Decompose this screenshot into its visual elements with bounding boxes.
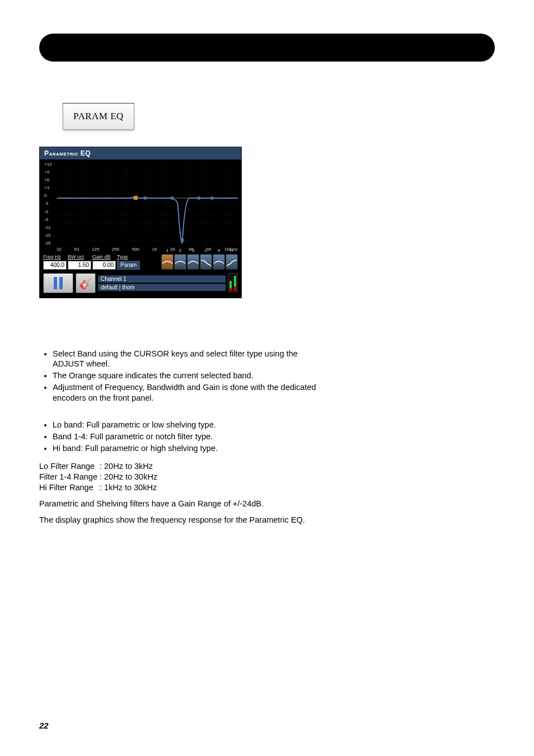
filter-range-value: : 20Hz to 3kHz (100, 461, 160, 472)
channel-nav-button[interactable] (43, 273, 73, 293)
list-item: Adjustment of Frequency, Bandwidth and G… (53, 382, 330, 402)
filter-range-table: Lo Filter Range : 20Hz to 3kHz Filter 1-… (39, 461, 160, 493)
ytick: -6 (44, 209, 52, 214)
xtick: 1K (152, 247, 158, 252)
ytick: +12 (44, 162, 52, 167)
band-button-hi[interactable]: H (226, 254, 238, 270)
guitar-icon: 🎸 (79, 276, 93, 290)
block-button-label: PARAM EQ (63, 104, 134, 130)
channel-name: Channel 1 (98, 275, 226, 283)
param-gain: Gain dB 0.00 (92, 254, 116, 270)
band-label: 1 (162, 248, 173, 253)
basic-operation-list: Select Band using the CURSOR keys and se… (39, 349, 330, 403)
gain-range-note: Parametric and Shelving filters have a G… (39, 499, 330, 509)
ytick: -15 (44, 233, 52, 238)
ytick: 0 (44, 193, 52, 198)
param-bw: BW oct 1.50 (68, 254, 91, 270)
band-button-1[interactable]: 1 (161, 254, 174, 270)
preset-name: default | thom (98, 284, 226, 291)
svg-point-23 (197, 196, 200, 200)
parametric-eq-screenshot: Parametric EQ +12 +9 +6 +3 0 -3 -6 -9 -1… (39, 147, 242, 298)
param-type-value[interactable]: Param (117, 261, 140, 270)
svg-point-24 (210, 196, 214, 200)
band-label: 4 (213, 248, 224, 253)
xtick: 63 (74, 247, 79, 252)
subheading-basic-operation (39, 337, 330, 346)
nav-bar-icon (59, 277, 63, 289)
ytick: -3 (44, 201, 52, 206)
band-button-4[interactable]: 4 (213, 254, 225, 270)
band-label: 2 (175, 248, 186, 253)
svg-point-21 (170, 196, 174, 200)
param-freq: Freq Hz 400.0 (43, 254, 67, 270)
block-button-param-eq: PARAM EQ (63, 103, 134, 130)
filter-range-label: Filter 1-4 Range (39, 472, 100, 482)
filter-range-label: Hi Filter Range (39, 482, 100, 493)
param-gain-label: Gain dB (92, 254, 111, 260)
channel-info: Channel 1 default | thom (98, 273, 226, 293)
band-button-2[interactable]: 2 (174, 254, 186, 270)
band-label: H (226, 248, 237, 253)
table-row: Filter 1-4 Range : 20Hz to 30kHz (39, 472, 160, 482)
band-label: 3 (188, 248, 199, 253)
ui-title: Parametric EQ (40, 147, 241, 159)
xtick: 32 (57, 247, 62, 252)
table-row: Hi Filter Range : 1kHz to 30kHz (39, 482, 160, 493)
body-copy: Select Band using the CURSOR keys and se… (39, 337, 330, 525)
filter-range-label: Lo Filter Range (39, 461, 100, 472)
svg-rect-19 (134, 196, 138, 200)
section-heading-placeholder (39, 79, 495, 91)
param-bw-label: BW oct (68, 254, 84, 260)
xtick: 125 (92, 247, 99, 252)
svg-point-20 (143, 196, 147, 200)
ytick: -9 (44, 217, 52, 222)
svg-point-22 (181, 238, 184, 242)
filter-range-value: : 1kHz to 30kHz (100, 482, 160, 493)
band-button-lo[interactable]: L (200, 254, 212, 270)
ytick: -18 (44, 241, 52, 246)
list-item: Band 1-4: Full parametric or notch filte… (53, 431, 330, 442)
param-freq-value[interactable]: 400.0 (43, 261, 67, 270)
xtick: 250 (112, 247, 119, 252)
eq-graph-ylabels: +12 +9 +6 +3 0 -3 -6 -9 -12 -15 -18 (44, 162, 52, 246)
display-graphics-note: The display graphics show the frequency … (39, 515, 330, 525)
xtick: 500 (132, 247, 139, 252)
nav-bar-icon (54, 277, 57, 289)
param-bw-value[interactable]: 1.50 (68, 261, 91, 270)
param-freq-label: Freq Hz (43, 254, 61, 260)
ytick: -12 (44, 225, 52, 230)
channel-thumbnail[interactable]: 🎸 (76, 273, 96, 293)
ytick: +9 (44, 170, 52, 175)
channel-row: 🎸 Channel 1 default | thom (40, 273, 241, 298)
param-type-label: Type (117, 254, 128, 260)
list-item: The Orange square indicates the current … (53, 370, 330, 381)
ytick: +3 (44, 185, 52, 190)
param-type: Type Param (117, 254, 140, 270)
page-header-bar (39, 34, 495, 62)
band-label: L (200, 248, 212, 253)
list-item: Select Band using the CURSOR keys and se… (53, 349, 330, 369)
band-button-3[interactable]: 3 (187, 254, 199, 270)
eq-curve-svg (43, 162, 238, 246)
list-item: Hi band: Full parametric or high shelvin… (53, 443, 330, 453)
eq-params-row: Freq Hz 400.0 BW oct 1.50 Gain dB 0.00 T… (40, 252, 241, 273)
param-gain-value[interactable]: 0.00 (92, 261, 116, 270)
subheading-range (39, 408, 330, 417)
ytick: +6 (44, 177, 52, 182)
band-selector: 1 2 3 L 4 (161, 254, 238, 270)
eq-graph: +12 +9 +6 +3 0 -3 -6 -9 -12 -15 -18 (43, 162, 238, 246)
page-number: 22 (39, 721, 49, 730)
filter-range-value: : 20Hz to 30kHz (100, 472, 160, 482)
table-row: Lo Filter Range : 20Hz to 3kHz (39, 461, 160, 472)
list-item: Lo band: Full parametric or low shelving… (53, 420, 330, 430)
output-meter (228, 273, 238, 292)
band-types-list: Lo band: Full parametric or low shelving… (39, 420, 330, 453)
